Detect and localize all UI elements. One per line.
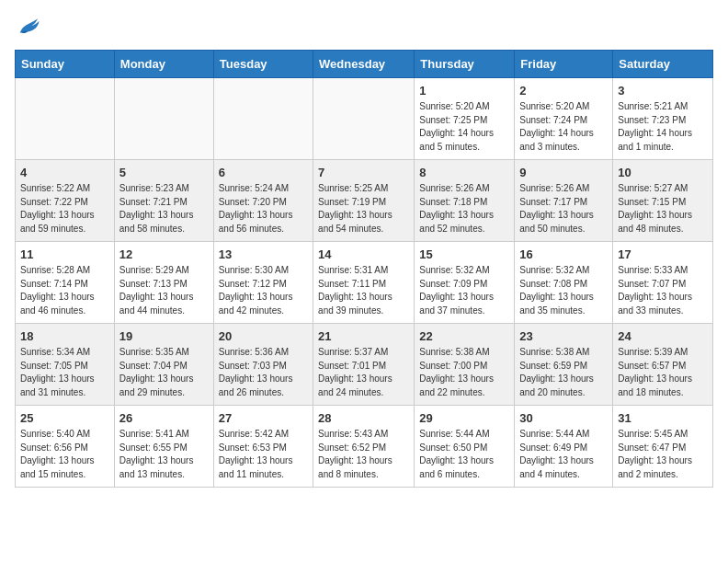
calendar-cell: 2Sunrise: 5:20 AM Sunset: 7:24 PM Daylig… bbox=[515, 78, 613, 160]
day-info: Sunrise: 5:23 AM Sunset: 7:21 PM Dayligh… bbox=[119, 182, 209, 236]
calendar-cell: 26Sunrise: 5:41 AM Sunset: 6:55 PM Dayli… bbox=[114, 406, 213, 488]
day-info: Sunrise: 5:20 AM Sunset: 7:24 PM Dayligh… bbox=[519, 100, 608, 154]
day-number: 6 bbox=[219, 166, 308, 179]
calendar-cell: 29Sunrise: 5:44 AM Sunset: 6:50 PM Dayli… bbox=[415, 406, 515, 488]
calendar-cell bbox=[213, 78, 313, 160]
day-info: Sunrise: 5:31 AM Sunset: 7:11 PM Dayligh… bbox=[318, 264, 409, 317]
day-number: 9 bbox=[519, 166, 608, 179]
calendar-cell bbox=[16, 78, 115, 160]
calendar-cell: 24Sunrise: 5:39 AM Sunset: 6:57 PM Dayli… bbox=[613, 324, 713, 406]
day-info: Sunrise: 5:41 AM Sunset: 6:55 PM Dayligh… bbox=[119, 428, 209, 481]
day-info: Sunrise: 5:38 AM Sunset: 6:59 PM Dayligh… bbox=[519, 346, 608, 399]
day-info: Sunrise: 5:34 AM Sunset: 7:05 PM Dayligh… bbox=[20, 346, 109, 399]
weekday-header-tuesday: Tuesday bbox=[213, 51, 313, 78]
day-info: Sunrise: 5:32 AM Sunset: 7:09 PM Dayligh… bbox=[419, 264, 509, 317]
day-info: Sunrise: 5:40 AM Sunset: 6:56 PM Dayligh… bbox=[20, 428, 109, 481]
day-info: Sunrise: 5:38 AM Sunset: 7:00 PM Dayligh… bbox=[419, 346, 509, 399]
day-info: Sunrise: 5:45 AM Sunset: 6:47 PM Dayligh… bbox=[618, 428, 708, 481]
day-info: Sunrise: 5:33 AM Sunset: 7:07 PM Dayligh… bbox=[618, 264, 708, 317]
weekday-header-friday: Friday bbox=[515, 51, 613, 78]
calendar-cell: 6Sunrise: 5:24 AM Sunset: 7:20 PM Daylig… bbox=[213, 160, 313, 242]
day-number: 8 bbox=[419, 166, 509, 179]
calendar-cell: 14Sunrise: 5:31 AM Sunset: 7:11 PM Dayli… bbox=[313, 242, 415, 324]
weekday-header-row: SundayMondayTuesdayWednesdayThursdayFrid… bbox=[16, 51, 713, 78]
day-info: Sunrise: 5:29 AM Sunset: 7:13 PM Dayligh… bbox=[119, 264, 209, 317]
calendar-cell: 18Sunrise: 5:34 AM Sunset: 7:05 PM Dayli… bbox=[16, 324, 115, 406]
calendar-cell: 17Sunrise: 5:33 AM Sunset: 7:07 PM Dayli… bbox=[613, 242, 713, 324]
calendar-cell: 22Sunrise: 5:38 AM Sunset: 7:00 PM Dayli… bbox=[415, 324, 515, 406]
calendar-cell: 13Sunrise: 5:30 AM Sunset: 7:12 PM Dayli… bbox=[213, 242, 313, 324]
day-info: Sunrise: 5:27 AM Sunset: 7:15 PM Dayligh… bbox=[618, 182, 708, 236]
calendar-cell: 5Sunrise: 5:23 AM Sunset: 7:21 PM Daylig… bbox=[114, 160, 213, 242]
calendar-cell: 25Sunrise: 5:40 AM Sunset: 6:56 PM Dayli… bbox=[16, 406, 115, 488]
calendar-week-row: 4Sunrise: 5:22 AM Sunset: 7:22 PM Daylig… bbox=[16, 160, 713, 242]
day-number: 29 bbox=[419, 411, 509, 425]
calendar-cell bbox=[313, 78, 415, 160]
logo bbox=[15, 15, 44, 40]
day-number: 7 bbox=[318, 166, 409, 179]
day-number: 4 bbox=[20, 166, 109, 179]
day-number: 23 bbox=[519, 329, 608, 343]
day-number: 30 bbox=[519, 411, 608, 425]
calendar-table: SundayMondayTuesdayWednesdayThursdayFrid… bbox=[15, 50, 713, 488]
calendar-cell: 16Sunrise: 5:32 AM Sunset: 7:08 PM Dayli… bbox=[515, 242, 613, 324]
day-number: 26 bbox=[119, 411, 209, 425]
calendar-cell: 4Sunrise: 5:22 AM Sunset: 7:22 PM Daylig… bbox=[16, 160, 115, 242]
day-number: 13 bbox=[219, 247, 308, 261]
weekday-header-wednesday: Wednesday bbox=[313, 51, 415, 78]
day-number: 20 bbox=[219, 329, 308, 343]
calendar-cell: 28Sunrise: 5:43 AM Sunset: 6:52 PM Dayli… bbox=[313, 406, 415, 488]
calendar-cell: 8Sunrise: 5:26 AM Sunset: 7:18 PM Daylig… bbox=[415, 160, 515, 242]
day-info: Sunrise: 5:35 AM Sunset: 7:04 PM Dayligh… bbox=[119, 346, 209, 399]
calendar-week-row: 11Sunrise: 5:28 AM Sunset: 7:14 PM Dayli… bbox=[16, 242, 713, 324]
day-number: 12 bbox=[119, 247, 209, 261]
calendar-week-row: 25Sunrise: 5:40 AM Sunset: 6:56 PM Dayli… bbox=[16, 406, 713, 488]
day-info: Sunrise: 5:44 AM Sunset: 6:50 PM Dayligh… bbox=[419, 428, 509, 481]
day-info: Sunrise: 5:28 AM Sunset: 7:14 PM Dayligh… bbox=[20, 264, 109, 317]
day-number: 17 bbox=[618, 247, 708, 261]
calendar-cell: 15Sunrise: 5:32 AM Sunset: 7:09 PM Dayli… bbox=[415, 242, 515, 324]
weekday-header-thursday: Thursday bbox=[415, 51, 515, 78]
day-number: 27 bbox=[219, 411, 308, 425]
calendar-cell: 12Sunrise: 5:29 AM Sunset: 7:13 PM Dayli… bbox=[114, 242, 213, 324]
day-info: Sunrise: 5:22 AM Sunset: 7:22 PM Dayligh… bbox=[20, 182, 109, 236]
calendar-week-row: 18Sunrise: 5:34 AM Sunset: 7:05 PM Dayli… bbox=[16, 324, 713, 406]
day-info: Sunrise: 5:36 AM Sunset: 7:03 PM Dayligh… bbox=[219, 346, 308, 399]
day-number: 22 bbox=[419, 329, 509, 343]
day-info: Sunrise: 5:32 AM Sunset: 7:08 PM Dayligh… bbox=[519, 264, 608, 317]
calendar-cell: 9Sunrise: 5:26 AM Sunset: 7:17 PM Daylig… bbox=[515, 160, 613, 242]
calendar-cell: 1Sunrise: 5:20 AM Sunset: 7:25 PM Daylig… bbox=[415, 78, 515, 160]
weekday-header-saturday: Saturday bbox=[613, 51, 713, 78]
day-info: Sunrise: 5:43 AM Sunset: 6:52 PM Dayligh… bbox=[318, 428, 409, 481]
day-number: 14 bbox=[318, 247, 409, 261]
day-info: Sunrise: 5:39 AM Sunset: 6:57 PM Dayligh… bbox=[618, 346, 708, 399]
day-info: Sunrise: 5:21 AM Sunset: 7:23 PM Dayligh… bbox=[618, 100, 708, 154]
day-number: 21 bbox=[318, 329, 409, 343]
calendar-cell: 3Sunrise: 5:21 AM Sunset: 7:23 PM Daylig… bbox=[613, 78, 713, 160]
day-number: 24 bbox=[618, 329, 708, 343]
calendar-cell: 10Sunrise: 5:27 AM Sunset: 7:15 PM Dayli… bbox=[613, 160, 713, 242]
calendar-cell: 20Sunrise: 5:36 AM Sunset: 7:03 PM Dayli… bbox=[213, 324, 313, 406]
day-info: Sunrise: 5:26 AM Sunset: 7:18 PM Dayligh… bbox=[419, 182, 509, 236]
day-info: Sunrise: 5:25 AM Sunset: 7:19 PM Dayligh… bbox=[318, 182, 409, 236]
calendar-cell: 23Sunrise: 5:38 AM Sunset: 6:59 PM Dayli… bbox=[515, 324, 613, 406]
day-info: Sunrise: 5:20 AM Sunset: 7:25 PM Dayligh… bbox=[419, 100, 509, 154]
calendar-cell: 31Sunrise: 5:45 AM Sunset: 6:47 PM Dayli… bbox=[613, 406, 713, 488]
day-number: 11 bbox=[20, 247, 109, 261]
day-info: Sunrise: 5:42 AM Sunset: 6:53 PM Dayligh… bbox=[219, 428, 308, 481]
day-info: Sunrise: 5:37 AM Sunset: 7:01 PM Dayligh… bbox=[318, 346, 409, 399]
day-number: 31 bbox=[618, 411, 708, 425]
day-info: Sunrise: 5:24 AM Sunset: 7:20 PM Dayligh… bbox=[219, 182, 308, 236]
day-info: Sunrise: 5:30 AM Sunset: 7:12 PM Dayligh… bbox=[219, 264, 308, 317]
calendar-cell: 19Sunrise: 5:35 AM Sunset: 7:04 PM Dayli… bbox=[114, 324, 213, 406]
day-number: 1 bbox=[419, 84, 509, 98]
logo-bird-icon bbox=[15, 15, 40, 40]
day-number: 5 bbox=[119, 166, 209, 179]
calendar-week-row: 1Sunrise: 5:20 AM Sunset: 7:25 PM Daylig… bbox=[16, 78, 713, 160]
calendar-cell: 7Sunrise: 5:25 AM Sunset: 7:19 PM Daylig… bbox=[313, 160, 415, 242]
day-number: 25 bbox=[20, 411, 109, 425]
day-number: 18 bbox=[20, 329, 109, 343]
calendar-cell: 21Sunrise: 5:37 AM Sunset: 7:01 PM Dayli… bbox=[313, 324, 415, 406]
weekday-header-sunday: Sunday bbox=[16, 51, 115, 78]
calendar-cell: 27Sunrise: 5:42 AM Sunset: 6:53 PM Dayli… bbox=[213, 406, 313, 488]
